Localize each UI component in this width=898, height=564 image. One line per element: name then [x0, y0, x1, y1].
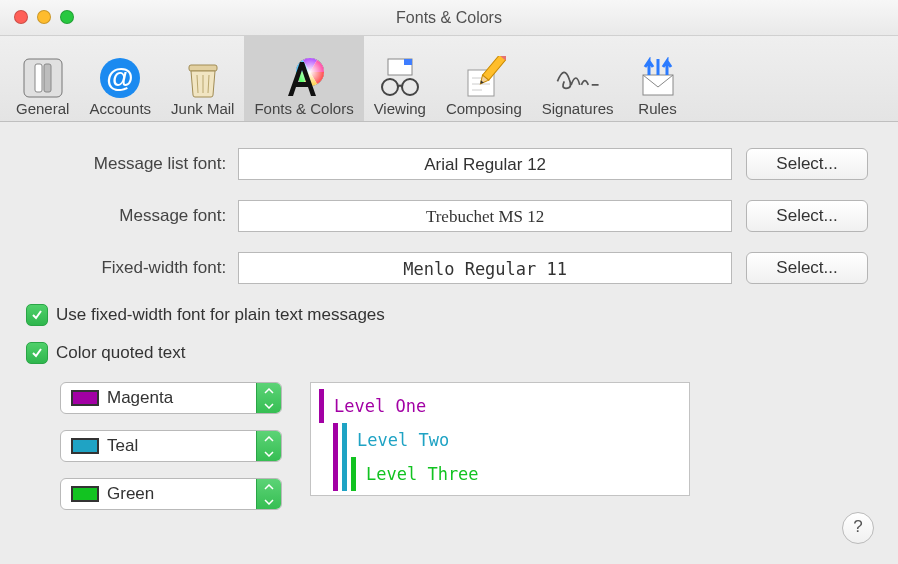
use-fixed-width-checkbox[interactable]	[26, 304, 48, 326]
svg-point-15	[402, 79, 418, 95]
at-icon: @	[96, 55, 144, 100]
quote-preview-line-3: Level Three	[319, 457, 681, 491]
quote-color-select-1[interactable]: Magenta	[60, 382, 282, 414]
chevron-up-down-icon	[256, 383, 281, 413]
tool-rules[interactable]: Rules	[624, 36, 692, 121]
use-fixed-width-checkbox-row: Use fixed-width font for plain text mess…	[26, 304, 868, 326]
tool-signatures[interactable]: Signatures	[532, 36, 624, 121]
svg-rect-0	[24, 59, 62, 97]
use-fixed-width-label: Use fixed-width font for plain text mess…	[56, 305, 385, 325]
quote-color-selects: Magenta Teal Green	[60, 382, 282, 510]
pencil-icon	[460, 55, 508, 100]
tool-label: Viewing	[374, 100, 426, 117]
preferences-toolbar: General @ Accounts Junk Mail	[0, 36, 898, 122]
signature-icon	[554, 55, 602, 100]
tool-fonts-colors[interactable]: Fonts & Colors	[244, 36, 363, 121]
svg-text:@: @	[107, 62, 134, 93]
tool-general[interactable]: General	[6, 36, 79, 121]
traffic-lights	[14, 10, 74, 24]
window-title: Fonts & Colors	[396, 9, 502, 27]
message-list-font-label: Message list font:	[30, 154, 238, 174]
tool-accounts[interactable]: @ Accounts	[79, 36, 161, 121]
font-color-icon	[280, 55, 328, 100]
quote-preview-text: Level Two	[351, 430, 449, 450]
tool-label: Junk Mail	[171, 100, 234, 117]
tool-label: Accounts	[89, 100, 151, 117]
quote-preview-text: Level One	[328, 396, 426, 416]
tool-label: Fonts & Colors	[254, 100, 353, 117]
quote-color-label: Teal	[107, 436, 256, 456]
zoom-window-button[interactable]	[60, 10, 74, 24]
message-font-row: Message font: Trebuchet MS 12 Select...	[30, 200, 868, 232]
message-font-label: Message font:	[30, 206, 238, 226]
tool-junk-mail[interactable]: Junk Mail	[161, 36, 244, 121]
glasses-icon	[376, 55, 424, 100]
minimize-window-button[interactable]	[37, 10, 51, 24]
message-list-font-display: Arial Regular 12	[238, 148, 732, 180]
quote-preview: Level One Level Two Level Three	[310, 382, 690, 496]
switch-icon	[19, 55, 67, 100]
rules-icon	[634, 55, 682, 100]
chevron-up-down-icon	[256, 431, 281, 461]
fixed-width-font-label: Fixed-width font:	[30, 258, 238, 278]
tool-label: Signatures	[542, 100, 614, 117]
titlebar: Fonts & Colors	[0, 0, 898, 36]
quote-color-label: Magenta	[107, 388, 256, 408]
swatch-icon	[71, 390, 99, 406]
quote-color-label: Green	[107, 484, 256, 504]
swatch-icon	[71, 438, 99, 454]
quote-preview-text: Level Three	[360, 464, 479, 484]
color-quoted-checkbox[interactable]	[26, 342, 48, 364]
quote-color-area: Magenta Teal Green	[60, 382, 868, 510]
select-message-font-button[interactable]: Select...	[746, 200, 868, 232]
color-quoted-checkbox-row: Color quoted text	[26, 342, 868, 364]
svg-rect-2	[44, 64, 51, 92]
quote-preview-line-2: Level Two	[319, 423, 681, 457]
quote-preview-line-1: Level One	[319, 389, 681, 423]
tool-label: Rules	[638, 100, 676, 117]
color-quoted-label: Color quoted text	[56, 343, 185, 363]
select-fixed-width-font-button[interactable]: Select...	[746, 252, 868, 284]
svg-rect-1	[35, 64, 42, 92]
select-message-list-font-button[interactable]: Select...	[746, 148, 868, 180]
tool-label: Composing	[446, 100, 522, 117]
chevron-up-down-icon	[256, 479, 281, 509]
swatch-icon	[71, 486, 99, 502]
close-window-button[interactable]	[14, 10, 28, 24]
quote-color-select-3[interactable]: Green	[60, 478, 282, 510]
message-list-font-row: Message list font: Arial Regular 12 Sele…	[30, 148, 868, 180]
fonts-colors-pane: Message list font: Arial Regular 12 Sele…	[0, 122, 898, 510]
message-font-display: Trebuchet MS 12	[238, 200, 732, 232]
fixed-width-font-row: Fixed-width font: Menlo Regular 11 Selec…	[30, 252, 868, 284]
svg-point-14	[382, 79, 398, 95]
quote-color-select-2[interactable]: Teal	[60, 430, 282, 462]
help-button[interactable]: ?	[842, 512, 874, 544]
tool-composing[interactable]: Composing	[436, 36, 532, 121]
svg-rect-13	[404, 59, 412, 65]
tool-label: General	[16, 100, 69, 117]
svg-rect-5	[189, 65, 217, 71]
tool-viewing[interactable]: Viewing	[364, 36, 436, 121]
fixed-width-font-display: Menlo Regular 11	[238, 252, 732, 284]
trash-icon	[179, 55, 227, 100]
